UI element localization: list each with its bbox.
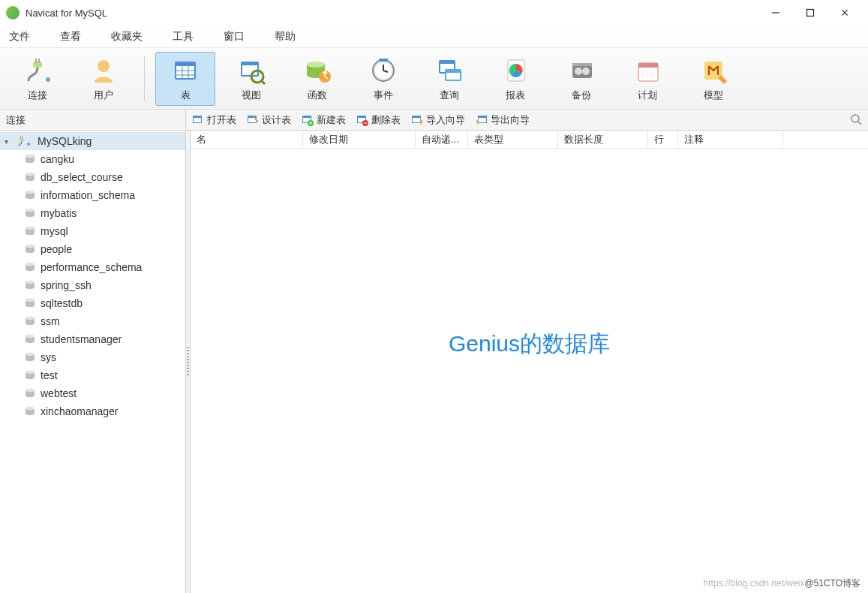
database-node[interactable]: test: [0, 366, 185, 384]
toolbar-view-label: 视图: [242, 89, 261, 102]
import-wizard-button[interactable]: 导入向导: [411, 113, 465, 127]
database-node[interactable]: xinchaomanager: [0, 402, 185, 420]
menu-file[interactable]: 文件: [3, 27, 36, 47]
toolbar-user[interactable]: 用户: [74, 52, 134, 106]
database-node[interactable]: cangku: [0, 150, 185, 168]
new-table-label: 新建表: [317, 113, 346, 127]
database-name: mybatis: [41, 207, 77, 219]
design-table-icon: [247, 114, 259, 126]
open-table-button[interactable]: 打开表: [192, 113, 236, 127]
app-title: Navicat for MySQL: [26, 8, 758, 19]
collapse-icon[interactable]: ▾: [5, 137, 14, 146]
database-node[interactable]: spring_ssh: [0, 276, 185, 294]
menu-favorites[interactable]: 收藏夹: [105, 27, 149, 47]
sub-toolbar-buttons: 打开表 设计表 新建表 删除表 导入向导 导出向导: [186, 110, 868, 130]
sidebar: ▾ MySQLking cangkudb_select_courseinform…: [0, 131, 186, 593]
database-node[interactable]: people: [0, 240, 185, 258]
column-header[interactable]: 行: [648, 131, 678, 148]
database-node[interactable]: sys: [0, 348, 185, 366]
connection-name: MySQLking: [38, 135, 92, 147]
import-wizard-label: 导入向导: [426, 113, 465, 127]
toolbar-model[interactable]: 模型: [683, 52, 743, 106]
column-header[interactable]: 修改日期: [303, 131, 416, 148]
database-node[interactable]: studentsmanager: [0, 330, 185, 348]
svg-point-85: [26, 281, 35, 284]
toolbar-table[interactable]: 表: [155, 52, 215, 106]
database-node[interactable]: information_schema: [0, 186, 185, 204]
column-header[interactable]: 注释: [678, 131, 783, 148]
design-table-button[interactable]: 设计表: [247, 113, 291, 127]
toolbar-schedule[interactable]: 计划: [617, 52, 677, 106]
maximize-button[interactable]: [793, 2, 827, 24]
svg-rect-3: [35, 59, 37, 63]
footer-watermark: https://blog.csdn.net/weix@51CTO博客: [704, 577, 860, 590]
backup-icon: [566, 56, 596, 86]
svg-point-75: [26, 191, 35, 194]
svg-line-65: [858, 122, 861, 125]
svg-point-18: [307, 62, 325, 68]
column-header[interactable]: 自动递...: [416, 131, 468, 148]
svg-line-16: [261, 80, 265, 84]
database-icon: [24, 225, 36, 237]
toolbar-report-label: 报表: [506, 89, 525, 102]
database-node[interactable]: ssm: [0, 312, 185, 330]
menu-view[interactable]: 查看: [54, 27, 87, 47]
toolbar-event-label: 事件: [374, 89, 393, 102]
svg-point-91: [26, 335, 35, 338]
toolbar-view[interactable]: 视图: [221, 52, 281, 106]
close-button[interactable]: ×: [827, 2, 862, 24]
event-icon: [368, 56, 398, 86]
toolbar-query[interactable]: 查询: [419, 52, 479, 106]
database-icon: [24, 405, 36, 417]
database-name: performance_schema: [41, 261, 142, 273]
open-table-label: 打开表: [207, 113, 236, 127]
view-icon: [236, 56, 266, 86]
minimize-icon: [771, 8, 780, 17]
database-name: webtest: [41, 387, 77, 399]
sidebar-header-label: 连接: [6, 113, 26, 127]
toolbar-report[interactable]: 报表: [485, 52, 545, 106]
export-wizard-button[interactable]: 导出向导: [476, 113, 530, 127]
content-pane: 名修改日期自动递...表类型数据长度行注释 Genius的数据库 https:/…: [191, 131, 868, 593]
schedule-icon: [632, 56, 662, 86]
svg-point-99: [26, 407, 35, 410]
main-area: ▾ MySQLking cangkudb_select_courseinform…: [0, 131, 868, 593]
menu-window[interactable]: 窗口: [218, 27, 251, 47]
new-table-icon: [302, 114, 314, 126]
database-node[interactable]: webtest: [0, 384, 185, 402]
svg-rect-68: [22, 136, 23, 139]
toolbar-backup[interactable]: 备份: [551, 52, 611, 106]
svg-rect-45: [194, 118, 201, 122]
toolbar-event[interactable]: 事件: [353, 52, 413, 106]
svg-point-83: [26, 263, 35, 266]
connection-node-icon: [18, 135, 33, 147]
query-icon: [434, 56, 464, 86]
minimize-button[interactable]: [758, 2, 793, 24]
table-column-headers: 名修改日期自动递...表类型数据长度行注释: [191, 131, 868, 149]
toolbar-backup-label: 备份: [572, 89, 591, 102]
menu-help[interactable]: 帮助: [269, 27, 302, 47]
database-node[interactable]: mybatis: [0, 204, 185, 222]
toolbar-connection[interactable]: 连接: [8, 52, 68, 106]
export-wizard-label: 导出向导: [491, 113, 530, 127]
svg-rect-62: [479, 118, 486, 122]
database-node[interactable]: db_select_course: [0, 168, 185, 186]
database-node[interactable]: mysql: [0, 222, 185, 240]
database-node[interactable]: sqltestdb: [0, 294, 185, 312]
svg-point-5: [46, 77, 50, 82]
column-header[interactable]: 名: [191, 131, 303, 148]
sidebar-header: 连接: [0, 110, 186, 130]
toolbar-function[interactable]: 函数: [287, 52, 347, 106]
toolbar-model-label: 模型: [704, 89, 723, 102]
delete-table-button[interactable]: 删除表: [356, 113, 401, 127]
database-node[interactable]: performance_schema: [0, 258, 185, 276]
new-table-button[interactable]: 新建表: [302, 113, 346, 127]
database-icon: [24, 333, 36, 345]
column-header[interactable]: 数据长度: [558, 131, 648, 148]
connection-node[interactable]: ▾ MySQLking: [0, 132, 185, 150]
menu-tools[interactable]: 工具: [167, 27, 200, 47]
search-button[interactable]: [850, 113, 862, 125]
database-name: information_schema: [41, 189, 135, 201]
column-header[interactable]: 表类型: [468, 131, 558, 148]
app-icon: [6, 6, 20, 20]
